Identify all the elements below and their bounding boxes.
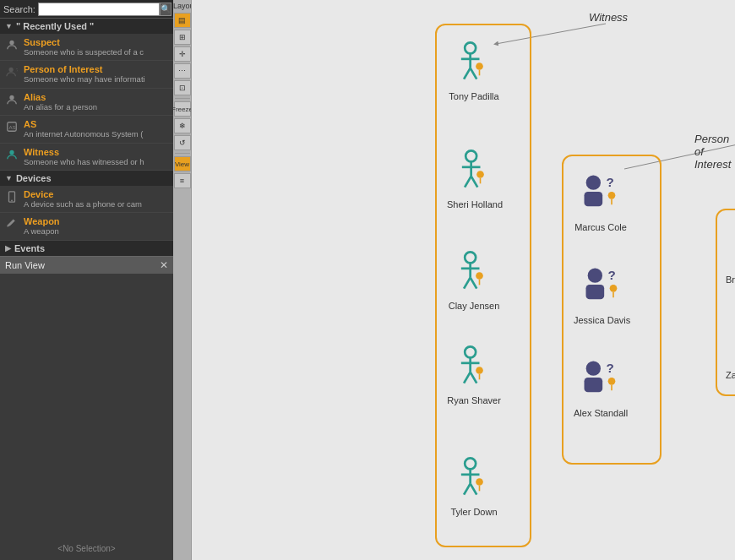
svg-point-8 — [11, 199, 13, 201]
toolbar-btn-reset[interactable]: ↺ — [174, 135, 191, 150]
node-tyler-down[interactable]: Tyler Down — [447, 449, 501, 517]
toolbar-btn-menu[interactable]: ≡ — [174, 173, 191, 188]
toolbar-btn-layout[interactable]: ▤ — [174, 13, 191, 28]
svg-point-24 — [476, 171, 484, 178]
alex-standall-icon: ? — [574, 351, 628, 405]
toolbar-btn-freeze[interactable]: Freeze — [174, 101, 191, 117]
svg-line-22 — [465, 177, 471, 188]
svg-point-12 — [465, 42, 476, 53]
alias-icon — [5, 93, 19, 106]
svg-line-36 — [464, 372, 471, 383]
svg-point-26 — [465, 252, 476, 263]
svg-point-57 — [586, 362, 601, 376]
jessica-davis-icon: ? — [575, 258, 629, 312]
node-alex-standall[interactable]: ? Alex Standall — [574, 351, 628, 418]
svg-line-44 — [471, 484, 477, 495]
toolbar-btn-select[interactable]: ⊡ — [174, 80, 191, 95]
sidebar-item-person-of-interest[interactable]: ? Person of Interest Someone who may hav… — [0, 61, 173, 88]
search-button[interactable]: 🔍 — [160, 3, 172, 16]
device-icon — [5, 190, 19, 204]
svg-rect-58 — [585, 378, 603, 392]
toolbar-btn-snow[interactable]: ❄ — [174, 118, 191, 133]
clay-jensen-icon — [447, 243, 501, 297]
ryan-shaver-icon — [447, 338, 501, 392]
node-marcus-cole[interactable]: ? Marcus Cole — [574, 165, 628, 232]
node-bryce-walker[interactable]: Bryce Walker — [726, 217, 735, 285]
person-of-interest-text: Person of Interest Someone who may have … — [24, 64, 145, 84]
bryce-walker-label: Bryce Walker — [726, 275, 735, 285]
alex-standall-label: Alex Standall — [574, 408, 628, 418]
svg-point-47 — [586, 176, 601, 190]
zach-dempsey-icon — [730, 313, 735, 367]
run-view-bar: Run View ✕ — [0, 256, 173, 274]
node-ryan-shaver[interactable]: Ryan Shaver — [447, 338, 501, 405]
witness-annotation: Witness — [589, 11, 628, 24]
toolbar-separator-1 — [175, 98, 190, 99]
sidebar-item-as[interactable]: AS AS An internet Autonomous System ( — [0, 116, 173, 143]
svg-point-6 — [9, 150, 14, 154]
toolbar-panel: Layout ▤ ⊞ ✛ ⋯ ⊡ Freeze ❄ ↺ View ≡ — [173, 0, 192, 560]
svg-point-52 — [587, 269, 602, 283]
sidebar-item-device[interactable]: Device A device such as a phone or cam — [0, 186, 173, 213]
sidebar: Search: 🔍 ▼ " Recently Used " Suspect So… — [0, 0, 173, 560]
svg-rect-53 — [585, 285, 604, 299]
svg-line-43 — [464, 484, 471, 495]
svg-point-40 — [465, 458, 476, 469]
person-of-interest-icon: ? — [5, 65, 19, 79]
svg-point-19 — [466, 150, 476, 161]
node-clay-jensen[interactable]: Clay Jensen — [447, 243, 501, 311]
node-sheri-holland[interactable]: Sheri Holland — [447, 142, 503, 209]
toolbar-btn-grid[interactable]: ⊞ — [174, 30, 191, 45]
svg-point-38 — [476, 367, 483, 374]
bryce-walker-icon — [727, 217, 736, 271]
tyler-down-icon — [447, 449, 501, 503]
search-bar: Search: 🔍 — [0, 0, 173, 19]
weapon-text: Weapon A weapon — [24, 216, 60, 236]
tony-padilla-icon — [447, 34, 501, 88]
clay-jensen-label: Clay Jensen — [449, 301, 500, 311]
no-selection: <No Selection> — [0, 274, 173, 560]
toolbar-btn-more[interactable]: ⋯ — [174, 63, 191, 79]
svg-point-31 — [476, 272, 483, 280]
node-zach-dempsey[interactable]: Zach Dempsey — [726, 313, 735, 380]
run-view-close[interactable]: ✕ — [160, 259, 168, 271]
node-jessica-davis[interactable]: ? Jessica Davis — [574, 258, 630, 325]
sidebar-item-witness[interactable]: Witness Someone who has witnessed or h — [0, 144, 173, 171]
svg-rect-48 — [585, 192, 603, 206]
svg-point-45 — [476, 478, 483, 486]
sidebar-item-weapon[interactable]: Weapon A weapon — [0, 213, 173, 240]
marcus-cole-icon: ? — [574, 165, 628, 219]
svg-line-30 — [471, 278, 477, 289]
witness-text: Witness Someone who has witnessed or h — [24, 147, 144, 166]
svg-point-17 — [476, 63, 483, 70]
node-tony-padilla[interactable]: Tony Padilla — [447, 34, 501, 101]
suspect-text: Suspect Someone who is suspected of a c — [24, 37, 144, 57]
sidebar-item-alias[interactable]: Alias An alias for a person — [0, 89, 173, 116]
svg-line-37 — [471, 372, 477, 383]
svg-point-1 — [9, 68, 14, 72]
as-icon: AS — [5, 120, 19, 133]
toolbar-label: Layout — [173, 0, 191, 12]
zach-dempsey-label: Zach Dempsey — [726, 370, 735, 380]
search-input[interactable] — [38, 3, 160, 16]
sheri-holland-icon — [448, 142, 502, 196]
search-label: Search: — [3, 4, 35, 14]
svg-point-50 — [608, 192, 616, 199]
svg-text:?: ? — [15, 67, 18, 73]
main-canvas: Witness Person of Interest Susp — [192, 0, 735, 560]
svg-text:?: ? — [607, 175, 614, 189]
toolbar-btn-view[interactable]: View — [174, 156, 191, 171]
svg-point-55 — [609, 285, 617, 292]
svg-point-3 — [9, 95, 14, 100]
run-view-label: Run View — [5, 260, 45, 270]
svg-text:?: ? — [607, 361, 614, 375]
alias-text: Alias An alias for a person — [24, 92, 97, 111]
as-text: AS An internet Autonomous System ( — [24, 119, 144, 139]
device-text: Device A device such as a phone or cam — [24, 189, 142, 209]
tony-padilla-label: Tony Padilla — [449, 91, 498, 101]
toolbar-btn-add[interactable]: ✛ — [174, 46, 191, 62]
sidebar-item-suspect[interactable]: Suspect Someone who is suspected of a c — [0, 34, 173, 61]
events-header: ▶ Events — [0, 241, 173, 256]
devices-header: ▼ Devices — [0, 171, 173, 186]
tyler-down-label: Tyler Down — [450, 507, 497, 517]
